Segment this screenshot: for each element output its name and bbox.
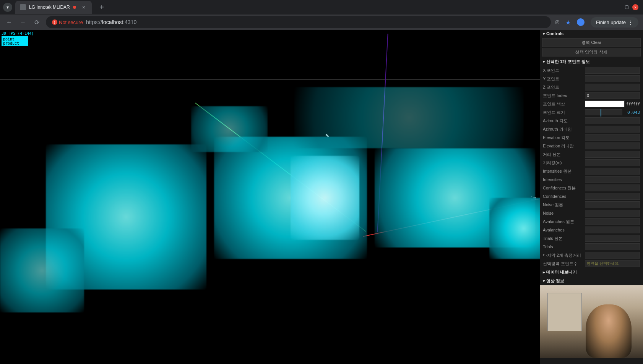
selected-point-count-label: 선택영역 포인트수 <box>543 261 585 267</box>
confidences-raw-label: Confidences 원본 <box>543 185 585 191</box>
confidences-value <box>585 193 640 200</box>
controls-header[interactable]: Controls <box>540 30 643 37</box>
point-info-header[interactable]: 선택한 1개 포인트 정보 <box>540 57 643 66</box>
url-text: https://localhost:4310 <box>86 19 136 25</box>
z-axis-line <box>195 102 366 232</box>
menu-icon: ⋮ <box>628 19 633 25</box>
screen-share-icon[interactable]: ⎚ <box>555 19 559 26</box>
bookmark-star-icon[interactable]: ★ <box>565 19 571 26</box>
browser-tab[interactable]: LG Innotek MLiDAR × <box>15 1 92 14</box>
azimuth-deg-label: Azimuth 각도 <box>543 118 585 124</box>
data-export-header[interactable]: 데이터 내보내기 <box>540 268 643 277</box>
forward-button[interactable]: → <box>18 19 28 26</box>
azimuth-deg-value <box>585 117 640 124</box>
noise-raw-value <box>585 201 640 208</box>
point-color-hex: ffffff <box>626 102 640 106</box>
elevation-rad-value <box>585 142 640 149</box>
z-point-value <box>585 84 640 91</box>
camera-feed <box>540 285 643 358</box>
fps-counter: 39 FPS (4-144) point product <box>2 31 34 46</box>
point-index-label: 포인트 Index <box>543 93 585 99</box>
recording-indicator-icon <box>73 6 76 9</box>
video-info-header[interactable]: 영상 정보 <box>540 277 643 285</box>
tab-close-button[interactable]: × <box>82 4 85 10</box>
tab-title: LG Innotek MLiDAR <box>29 5 70 10</box>
last-two-distance-label: 마지막 2개 측정거리 <box>543 252 585 258</box>
x-point-value <box>585 67 640 74</box>
y-point-label: Y 포인트 <box>543 76 585 82</box>
trials-value <box>585 243 640 250</box>
trials-raw-label: Trials 원본 <box>543 236 585 241</box>
noise-value <box>585 210 640 217</box>
confidences-raw-value <box>585 184 640 191</box>
tab-favicon <box>20 4 26 10</box>
horizon-line <box>0 79 540 80</box>
azimuth-rad-value <box>585 126 640 133</box>
warning-icon: ! <box>52 19 57 25</box>
intensities-label: Intensities <box>543 177 585 182</box>
elevation-deg-label: Elevation 각도 <box>543 135 585 141</box>
y-axis-line <box>377 34 388 232</box>
window-close-button[interactable]: × <box>632 4 638 10</box>
point-size-value: 0.043 <box>625 110 640 115</box>
lidar-3d-viewport[interactable]: 39 FPS (4-144) point product 1m ⬉ <box>0 30 540 364</box>
distance-raw-label: 거리 원본 <box>543 152 585 157</box>
x-point-label: X 포인트 <box>543 68 585 73</box>
intensities-value <box>585 176 640 183</box>
cursor-icon: ⬉ <box>325 132 330 138</box>
distance-m-value <box>585 159 640 166</box>
url-input[interactable]: ! Not secure https://localhost:4310 <box>46 16 551 28</box>
finish-update-button[interactable]: Finish update ⋮ <box>591 17 638 28</box>
intensities-raw-value <box>585 168 640 175</box>
window-maximize-button[interactable]: ▢ <box>624 4 629 10</box>
point-cloud-render <box>0 30 540 364</box>
noise-label: Noise <box>543 211 585 215</box>
avalanches-value <box>585 226 640 233</box>
last-two-distance-value <box>585 252 640 259</box>
intensities-raw-label: Intensities 원본 <box>543 168 585 174</box>
elevation-rad-label: Elevation 라디안 <box>543 143 585 149</box>
profile-avatar-button[interactable] <box>577 18 585 26</box>
point-size-label: 포인트 크기 <box>543 110 585 115</box>
noise-raw-label: Noise 원본 <box>543 202 585 208</box>
tab-bar: ▾ LG Innotek MLiDAR × + — ▢ × <box>0 0 643 15</box>
reload-button[interactable]: ⟳ <box>32 19 41 26</box>
area-clear-button[interactable]: 영역 Clear <box>542 38 641 47</box>
point-size-slider[interactable] <box>585 109 622 115</box>
distance-raw-value <box>585 151 640 158</box>
new-tab-button[interactable]: + <box>96 3 107 12</box>
y-point-value <box>585 75 640 82</box>
area-delete-button[interactable]: 선택 영역외 삭제 <box>542 48 641 57</box>
avalanches-raw-value <box>585 218 640 225</box>
address-bar: ← → ⟳ ! Not secure https://localhost:431… <box>0 15 643 30</box>
point-color-swatch[interactable] <box>585 100 625 107</box>
trials-raw-value <box>585 235 640 242</box>
point-color-label: 포인트 색상 <box>543 101 585 107</box>
trials-label: Trials <box>543 244 585 249</box>
back-button[interactable]: ← <box>5 19 14 26</box>
tab-search-button[interactable]: ▾ <box>3 3 12 12</box>
point-index-value: 0 <box>585 92 640 99</box>
controls-panel: Controls 영역 Clear 선택 영역외 삭제 선택한 1개 포인트 정… <box>540 30 643 364</box>
elevation-deg-value <box>585 134 640 141</box>
x-axis-line <box>363 196 540 237</box>
security-indicator[interactable]: ! Not secure <box>52 19 83 25</box>
avalanches-label: Avalanches <box>543 228 585 232</box>
distance-m-label: 거리값(m) <box>543 160 585 166</box>
window-minimize-button[interactable]: — <box>615 4 621 10</box>
selected-point-hint: 영역을 선택하세요. <box>585 260 640 267</box>
azimuth-rad-label: Azimuth 라디안 <box>543 126 585 132</box>
confidences-label: Confidences <box>543 194 585 199</box>
z-point-label: Z 포인트 <box>543 84 585 90</box>
scale-label: 1m <box>531 196 536 201</box>
avalanches-raw-label: Avalanches 원본 <box>543 219 585 225</box>
